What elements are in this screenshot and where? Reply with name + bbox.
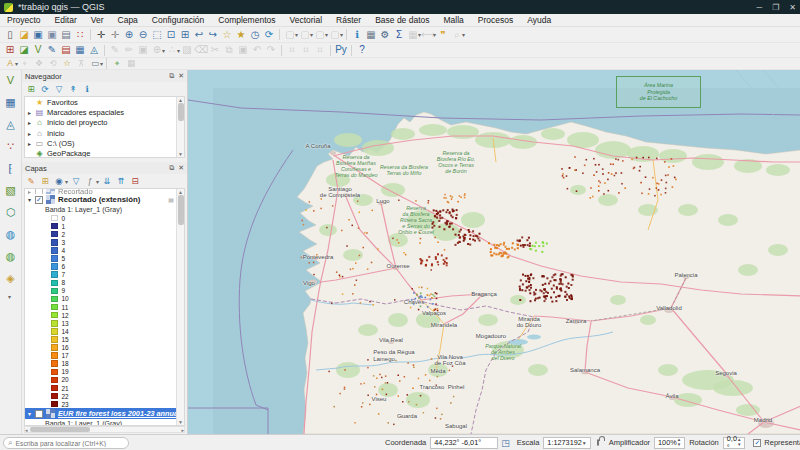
select-by-expression-icon[interactable]: ▢ — [313, 28, 327, 41]
expander-icon[interactable]: ▾ — [28, 196, 35, 203]
cut-features-icon[interactable]: ✂ — [208, 44, 222, 57]
delete-selected-icon[interactable]: ⌫ — [194, 44, 208, 57]
metasearch-icon[interactable]: ▦ — [124, 57, 138, 70]
close-icon[interactable]: ✕ — [789, 3, 796, 12]
add-point-cloud-layer-icon[interactable]: ∵ — [3, 139, 19, 153]
zoom-to-layer-icon[interactable]: ⊞ — [178, 28, 192, 41]
coordinate-input[interactable] — [430, 437, 498, 449]
layer-styling-icon[interactable]: ✎ — [25, 176, 37, 187]
layers-vscrollbar[interactable]: ▲▼ — [176, 189, 184, 425]
new-spatialite-layer-icon[interactable]: ✎ — [45, 44, 59, 57]
lock-scale-icon[interactable] — [597, 439, 599, 446]
new-project-icon[interactable]: ▯ — [3, 28, 17, 41]
filter-by-expression-icon[interactable]: ƒ — [84, 176, 96, 187]
chevron-down-icon[interactable]: ▾ — [100, 60, 103, 67]
collapse-all-icon[interactable]: ⇈ — [115, 176, 127, 187]
expander-icon[interactable]: ▾ — [28, 410, 35, 417]
browser-item-inicio-del-proyecto[interactable]: ▸⌂Inicio del proyecto — [25, 118, 184, 128]
zoom-out-icon[interactable]: ⊖ — [136, 28, 150, 41]
favorites-star-icon[interactable]: ☆ — [60, 57, 74, 70]
temporal-controller-icon[interactable]: ◷ — [248, 28, 262, 41]
deselect-features-icon[interactable]: ▢ — [298, 28, 312, 41]
menu-base-de-datos[interactable]: Base de datos — [368, 14, 436, 27]
browser-item-marcadores-espaciales[interactable]: ▸▤Marcadores espaciales — [25, 107, 184, 117]
browser-filter-icon[interactable]: ▽ — [53, 84, 65, 95]
osm-place-search-icon[interactable]: ⌖ — [110, 57, 124, 70]
zoom-in-icon[interactable]: ⊕ — [122, 28, 136, 41]
measure-icon[interactable]: ⟷ — [421, 28, 435, 41]
copy-features-icon[interactable]: ⧉ — [222, 44, 236, 57]
menu-vectorial[interactable]: Vectorial — [282, 14, 329, 27]
new-virtual-layer-icon[interactable]: ▦ — [73, 44, 87, 57]
menu-complementos[interactable]: Complementos — [211, 14, 282, 27]
undo-icon[interactable]: ↶ — [250, 44, 264, 57]
pan-to-selection-icon[interactable]: ✛ — [108, 28, 122, 41]
manage-map-themes-icon[interactable]: ◉ — [53, 176, 65, 187]
zoom-next-icon[interactable]: ↪ — [206, 28, 220, 41]
browser-item-favoritos[interactable]: ★Favoritos — [25, 97, 184, 107]
browser-undock-icon[interactable]: ⧉ — [169, 72, 174, 80]
expand-all-icon[interactable]: ⇊ — [101, 176, 113, 187]
options-icon[interactable]: ⚙ — [378, 28, 392, 41]
zoom-full-icon[interactable]: ⬚ — [150, 28, 164, 41]
selected-layer-row[interactable]: ▾ EUR fire forest loss 2001-23 annual — [25, 408, 184, 419]
menu-editar[interactable]: Editar — [48, 14, 84, 27]
browser-close-icon[interactable]: ✕ — [178, 72, 184, 80]
locator-search[interactable]: ⌕ — [3, 437, 129, 449]
add-delimited-text-layer-icon[interactable]: ⁅ — [3, 161, 19, 175]
redo-icon[interactable]: ↷ — [264, 44, 278, 57]
vertex-tool-icon[interactable]: ∴ — [165, 44, 179, 57]
new-mesh-layer-icon[interactable]: ◬ — [87, 44, 101, 57]
browser-item-c-os-[interactable]: ▸▭C:\ (OS) — [25, 138, 184, 148]
maximize-icon[interactable]: ❐ — [772, 3, 779, 12]
search-tool-icon[interactable]: ⌕ — [450, 28, 464, 41]
add-raster-layer-icon[interactable]: ▦ — [3, 95, 19, 109]
remove-layer-icon[interactable]: ⊟ — [129, 176, 141, 187]
pin-labels-icon[interactable]: ⊼ — [74, 57, 88, 70]
browser-vscrollbar[interactable]: ▲▼ — [176, 97, 184, 157]
python-console-icon[interactable]: Py — [334, 44, 348, 57]
minimize-icon[interactable]: ─ — [756, 3, 762, 12]
add-wms-layer-icon[interactable]: ◍ — [3, 227, 19, 241]
attribute-table-icon[interactable]: ▦ — [364, 28, 378, 41]
menu-configuraci-n[interactable]: Configuración — [145, 14, 211, 27]
open-project-icon[interactable]: ◪ — [17, 28, 31, 41]
raster-layer-row[interactable]: ▾ ✓ Recortado (extensión) ▤ — [25, 194, 184, 205]
tracing-icon[interactable]: ⌗ — [299, 44, 313, 57]
expander-icon[interactable]: ▸ — [28, 140, 35, 147]
expander-icon[interactable]: ▸ — [28, 130, 35, 137]
identify-features-icon[interactable]: ℹ — [350, 28, 364, 41]
save-project-as-icon[interactable]: ▣ — [45, 28, 59, 41]
spinner-icons[interactable]: ▲▼ — [737, 438, 741, 447]
paste-features-icon[interactable]: ▣ — [236, 44, 250, 57]
filter-legend-icon[interactable]: ▽ — [70, 176, 82, 187]
map-tips-icon[interactable]: ❞ — [436, 28, 450, 41]
add-geopackage-layer-icon[interactable]: ◈ — [3, 271, 19, 285]
add-mesh-layer-icon[interactable]: ◬ — [3, 117, 19, 131]
menu-procesos[interactable]: Procesos — [471, 14, 520, 27]
menu-proyecto[interactable]: Proyecto — [0, 14, 48, 27]
render-checkbox[interactable]: ✓ — [753, 439, 761, 447]
layers-close-icon[interactable]: ✕ — [178, 164, 184, 172]
add-feature-icon[interactable]: ⊕ — [150, 44, 164, 57]
menu-r-ster[interactable]: Ráster — [329, 14, 368, 27]
new-print-layout-icon[interactable]: ▤ — [59, 28, 73, 41]
layers-undock-icon[interactable]: ⧉ — [169, 164, 174, 172]
save-project-icon[interactable]: ▣ — [31, 28, 45, 41]
layer-checkbox[interactable]: ✓ — [35, 196, 43, 204]
new-temporary-scratch-layer-icon[interactable]: ▤ — [59, 44, 73, 57]
invert-selection-icon[interactable]: ▢ — [328, 28, 342, 41]
add-group-icon[interactable]: ⊞ — [39, 176, 51, 187]
magnifier-spinbox[interactable]: 100% ▲▼ — [654, 437, 685, 449]
expander-icon[interactable]: ▸ — [28, 119, 35, 126]
clipped-layer-row[interactable]: ▸ Recortado — [25, 189, 184, 194]
scale-combobox[interactable]: 1:1273192 ▼ — [543, 437, 590, 449]
data-source-manager-icon[interactable]: ⊞ — [3, 44, 17, 57]
add-postgis-layer-icon[interactable]: ⬡ — [3, 205, 19, 219]
help-contents-icon[interactable]: ? — [355, 44, 369, 57]
add-virtual-layer-icon[interactable]: ▧ — [3, 183, 19, 197]
select-features-icon[interactable]: ▢ — [283, 28, 297, 41]
style-manager-icon[interactable]: ∷ — [73, 28, 87, 41]
extents-icon[interactable]: ◳ — [501, 438, 510, 448]
layer-checkbox[interactable] — [35, 410, 43, 418]
